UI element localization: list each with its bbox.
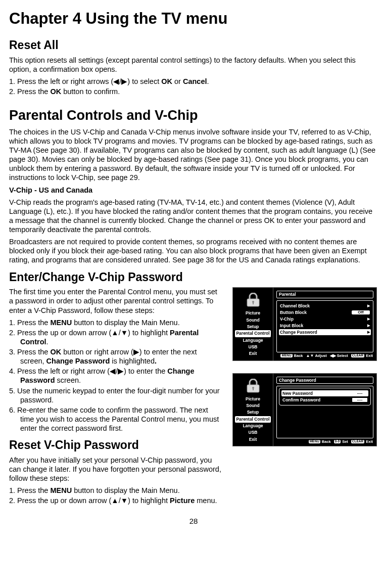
vchip-subheading: V-Chip - US and Canada [9, 186, 378, 195]
chevron-right-icon: ▶ [366, 324, 370, 327]
clear-button-icon: CLEAR [351, 354, 364, 357]
enter-step1: 1. Press the MENU button to display the … [9, 318, 222, 327]
menu-sound[interactable]: Sound [235, 402, 271, 409]
num-button-icon: 0-9 [334, 440, 341, 443]
panel-title: Parental [276, 291, 373, 298]
menu-button-icon: MENU [280, 354, 292, 357]
menu-language[interactable]: Language [235, 337, 271, 344]
resetpw-step2: 2. Press the up or down arrow (▲/▼) to h… [9, 496, 222, 505]
parental-para1: The choices in the US V-Chip and Canada … [9, 127, 378, 183]
value-off: Off [352, 310, 370, 314]
row-input-block[interactable]: Input Block▶ [279, 323, 371, 329]
menu-sound[interactable]: Sound [235, 317, 271, 324]
left-right-arrow-icon: ◀/▶ [113, 77, 127, 85]
enter-step6: 6. Re-enter the same code to confirm the… [9, 405, 222, 433]
resetpw-intro: After you have initially set your person… [9, 456, 222, 483]
enter-step4: 4. Press the left or right arrow (◀/▶) t… [9, 367, 222, 385]
menu-exit[interactable]: Exit [235, 350, 271, 357]
menu-button-icon: MENU [309, 440, 320, 443]
updown-icon: ▲▼ [306, 354, 314, 358]
menu-picture[interactable]: Picture [235, 396, 271, 402]
panel-title: Change Password [276, 377, 373, 384]
row-button-block[interactable]: Button BlockOff [279, 309, 371, 315]
resetpw-step1: 1. Press the MENU button to display the … [9, 486, 222, 495]
row-channel-block[interactable]: Channel Block▶ [279, 303, 371, 309]
reset-all-step1: 1. Press the left or right arrows (◀/▶) … [9, 77, 378, 86]
chevron-right-icon: ▶ [366, 317, 370, 321]
row-confirm-password[interactable]: Confirm Password---- [281, 397, 368, 403]
menu-picture[interactable]: Picture [235, 310, 271, 316]
osd-change-password-panel: Picture Sound Setup Parental Control Lan… [232, 373, 377, 446]
row-change-password[interactable]: Change Password▶ [279, 329, 371, 335]
row-vchip[interactable]: V-Chip▶ [279, 316, 371, 322]
reset-password-heading: Reset V-Chip Password [9, 438, 222, 453]
reset-all-step2: 2. Press the OK button to confirm. [9, 87, 378, 96]
row-new-password[interactable]: New Password---- [281, 390, 368, 396]
up-down-arrow-icon: ▲/▼ [111, 329, 128, 337]
chevron-right-icon: ▶ [366, 330, 370, 334]
up-down-arrow-icon: ▲/▼ [111, 496, 128, 505]
lock-icon [245, 293, 261, 307]
reset-all-para: This option resets all settings (except … [9, 56, 378, 74]
password-field[interactable]: ---- [352, 398, 367, 402]
page-number: 28 [9, 517, 378, 526]
hints-bar: MENUBack 0-9Set CLEARExit [276, 438, 373, 444]
parental-para2: V-Chip reads the program's age-based rat… [9, 198, 378, 235]
left-right-arrow-icon: ◀/▶ [110, 367, 124, 375]
lock-icon [245, 379, 261, 393]
menu-setup[interactable]: Setup [235, 324, 271, 330]
clear-button-icon: CLEAR [351, 440, 364, 443]
menu-setup[interactable]: Setup [235, 409, 271, 416]
enter-intro: The first time you enter the Parental Co… [9, 287, 222, 314]
svg-rect-5 [253, 388, 254, 390]
hints-bar: MENUBack ▲▼Adjust ◀▶Select CLEARExit [276, 352, 373, 358]
chevron-right-icon: ▶ [366, 304, 370, 307]
menu-parental-control[interactable]: Parental Control [235, 416, 271, 423]
enter-step5: 5. Use the numeric keypad to enter the f… [9, 386, 222, 404]
enter-step2: 2. Press the up or down arrow (▲/▼) to h… [9, 328, 222, 346]
right-arrow-icon: ▶ [133, 348, 139, 356]
osd-parental-panel: Picture Sound Setup Parental Control Lan… [232, 287, 377, 360]
menu-parental-control[interactable]: Parental Control [235, 330, 271, 337]
menu-usb[interactable]: USB [235, 429, 271, 436]
menu-language[interactable]: Language [235, 423, 271, 429]
menu-exit[interactable]: Exit [235, 436, 271, 443]
chapter-title: Chapter 4 Using the TV menu [9, 9, 378, 29]
enter-password-heading: Enter/Change V-Chip Password [9, 270, 378, 285]
parental-para3: Broadcasters are not required to provide… [9, 237, 378, 264]
svg-rect-2 [253, 302, 254, 304]
reset-all-heading: Reset All [9, 38, 378, 53]
enter-step3: 3. Press the OK button or right arrow (▶… [9, 347, 222, 366]
menu-usb[interactable]: USB [235, 344, 271, 350]
osd-menu-list: Picture Sound Setup Parental Control Lan… [235, 310, 271, 357]
parental-heading: Parental Controls and V-Chip [9, 107, 378, 124]
password-field[interactable]: ---- [352, 391, 367, 395]
osd-menu-list: Picture Sound Setup Parental Control Lan… [235, 396, 271, 443]
leftright-icon: ◀▶ [330, 354, 336, 358]
